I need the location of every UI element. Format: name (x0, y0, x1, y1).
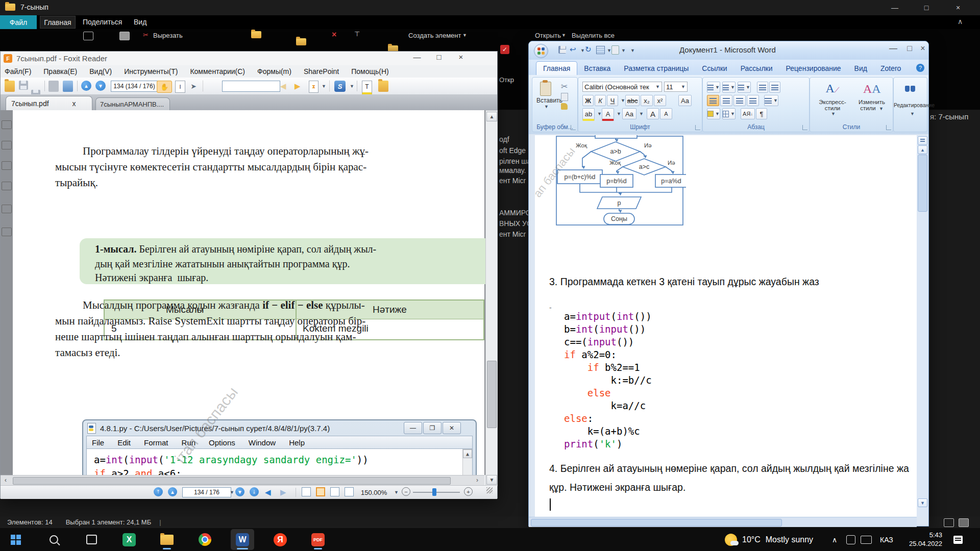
notification-center-button[interactable] (953, 528, 963, 551)
scroll-down-icon[interactable]: ▼ (918, 498, 927, 507)
underline-button[interactable]: Ч (607, 95, 618, 106)
explorer-tab-home[interactable]: Главная (40, 16, 76, 29)
format-painter-icon[interactable] (561, 103, 568, 110)
menu-tools[interactable]: Инструменты(T) (124, 67, 178, 76)
qat-paste-icon[interactable] (611, 45, 619, 55)
file-fragment[interactable]: одf (499, 135, 509, 143)
menu-forms[interactable]: Формы(m) (257, 67, 291, 76)
fields-panel-icon[interactable] (2, 228, 12, 236)
tab-home[interactable]: Главная (536, 61, 577, 75)
rename-icon[interactable]: ⊤ (354, 30, 360, 38)
resize-grip[interactable] (486, 487, 493, 493)
tab-insert[interactable]: Вставка (577, 62, 617, 75)
foxit-hscrollbar[interactable]: ‹ › (1, 475, 484, 486)
chevron-down-icon[interactable]: ▼ (910, 111, 915, 116)
flowchart-image[interactable]: a>b Жоқ Иә p=(b+c)%d a>c Жоқ Иә p=b%d p=… (555, 135, 686, 228)
explorer-maximize-button[interactable]: □ (915, 0, 938, 15)
ruler-toggle-icon[interactable] (918, 136, 927, 145)
file-fragment[interactable]: рілген ша (499, 157, 531, 165)
tab-references[interactable]: Ссылки (695, 62, 733, 75)
thumbnail-view-icon[interactable] (345, 487, 354, 496)
chevron-down-icon[interactable]: ▼ (322, 81, 326, 92)
menu-edit[interactable]: Правка(E) (43, 67, 77, 76)
copy-icon[interactable] (83, 32, 93, 40)
foxit-vscrollbar[interactable]: ▲ ▼ (485, 110, 498, 486)
cut-icon[interactable]: ✂ (561, 82, 568, 91)
scroll-right-icon[interactable]: › (476, 477, 478, 484)
facing-view-icon[interactable] (330, 487, 339, 496)
toolbar-extra-icon[interactable] (378, 81, 388, 92)
ribbon-open-label[interactable]: Открыть (535, 32, 561, 39)
next-page-icon[interactable]: ▼ (235, 487, 244, 496)
history-icon[interactable]: ⧗ (309, 81, 318, 93)
delete-icon[interactable]: × (332, 30, 336, 39)
menu-comments[interactable]: Комментарии(C) (190, 67, 245, 76)
menu-view[interactable]: Вид(V) (89, 67, 112, 76)
foxit-close-button[interactable]: × (452, 53, 470, 64)
view-thumbnails-icon[interactable] (959, 518, 969, 527)
office-button[interactable] (534, 44, 548, 58)
menu-sharepoint[interactable]: SharePoint (304, 67, 339, 76)
file-fragment[interactable]: ммалау. (499, 166, 526, 174)
copy-to-folder-icon[interactable] (296, 38, 306, 45)
view-list-icon[interactable] (944, 518, 954, 527)
word-maximize-button[interactable]: □ (902, 44, 917, 53)
decrease-indent-button[interactable] (757, 82, 768, 93)
status-page-field[interactable]: 134 / 176 (182, 487, 231, 497)
tab-page-layout[interactable]: Разметка страницы (617, 62, 695, 75)
previous-view-icon[interactable]: ◀ (280, 81, 286, 92)
subscript-button[interactable]: x₂ (641, 95, 653, 106)
word-close-button[interactable]: × (918, 44, 928, 53)
zoom-out-icon[interactable]: − (402, 487, 410, 496)
chevron-down-icon[interactable]: ▼ (394, 487, 399, 497)
align-left-button[interactable] (707, 95, 719, 106)
dialog-launcher-icon[interactable] (695, 125, 700, 130)
sort-button[interactable]: АЯ↓ (741, 108, 755, 119)
qat-table-icon[interactable] (596, 46, 605, 54)
chevron-down-icon[interactable]: ▼ (617, 111, 621, 116)
zoom-slider-thumb[interactable] (432, 488, 436, 496)
chevron-down-icon[interactable]: ▼ (597, 111, 602, 116)
ribbon-collapse-icon[interactable]: ∧ (958, 17, 963, 26)
word-page[interactable]: a>b Жоқ Иә p=(b+c)%d a>c Жоқ Иә p=b%d p=… (535, 135, 917, 517)
scrollbar-thumb[interactable] (531, 519, 782, 527)
change-styles-button[interactable]: АA Изменитьстили ▼ (854, 82, 890, 111)
taskbar-explorer-button[interactable] (155, 529, 179, 550)
bullets-button[interactable]: ▼ (707, 82, 720, 93)
scrollbar-thumb[interactable] (487, 361, 497, 428)
qat-undo-icon[interactable]: ↩ (570, 45, 576, 54)
bookmarks-panel-icon[interactable] (2, 120, 12, 129)
align-right-button[interactable] (733, 95, 746, 106)
copy-icon[interactable] (561, 93, 568, 101)
search-input[interactable] (222, 81, 280, 92)
font-color-button[interactable]: А (602, 108, 614, 121)
tab-review[interactable]: Рецензирование (779, 62, 848, 75)
file-fragment[interactable]: ент Micr (499, 177, 526, 185)
previous-page-icon[interactable]: ▲ (81, 81, 91, 91)
tab-view[interactable]: Вид (848, 62, 874, 75)
dialog-launcher-icon[interactable] (802, 125, 807, 130)
dialog-launcher-icon[interactable] (571, 125, 576, 130)
dialog-launcher-icon[interactable] (886, 125, 891, 130)
menu-file[interactable]: Файл(F) (5, 67, 31, 76)
help-icon[interactable]: ? (916, 64, 924, 72)
superscript-button[interactable]: x² (654, 95, 666, 106)
open-file-icon[interactable] (5, 81, 15, 92)
explorer-tab-file[interactable]: Файл (0, 15, 37, 29)
change-case-button[interactable]: Aa (622, 108, 636, 119)
find-icon[interactable] (905, 85, 915, 92)
qat-save-icon[interactable] (558, 46, 566, 54)
word-minimize-button[interactable]: — (886, 44, 900, 53)
chevron-down-icon[interactable]: ▼ (621, 98, 625, 103)
zoom-in-icon[interactable]: + (464, 487, 473, 496)
start-button[interactable] (4, 529, 28, 550)
tab-mailings[interactable]: Рассылки (734, 62, 779, 75)
grow-font-button[interactable]: А (647, 108, 659, 119)
move-to-folder-icon[interactable] (251, 31, 261, 38)
attachments-panel-icon[interactable] (2, 205, 12, 213)
page-number-field[interactable]: 134 (134 / 176) (111, 81, 158, 92)
font-name-combo[interactable]: Calibri (Основной тек▼ (582, 82, 662, 92)
explorer-tab-view[interactable]: Вид (134, 18, 146, 26)
single-page-view-icon[interactable] (302, 487, 311, 496)
explorer-minimize-button[interactable]: — (883, 0, 906, 15)
